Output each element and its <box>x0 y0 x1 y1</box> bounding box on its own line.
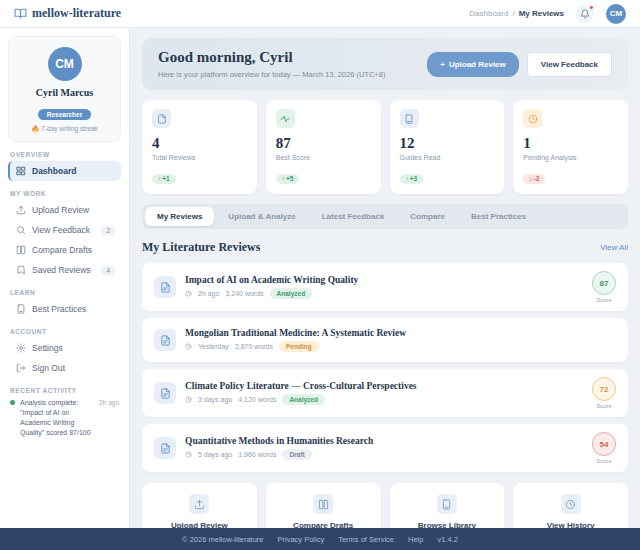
up-arrow-icon: ↑ <box>406 175 409 182</box>
stat-value: 87 <box>276 135 371 152</box>
tablet-icon <box>437 494 457 514</box>
sidebar-item-upload-review[interactable]: Upload Review <box>8 200 121 220</box>
open-book-icon <box>14 7 27 20</box>
streak-text: 🔥 7-day writing streak <box>15 125 114 133</box>
status-badge: Draft <box>282 449 311 460</box>
grid-icon <box>16 166 26 176</box>
stat-card-total-reviews: 4 Total Reviews ↑+1 <box>142 100 257 194</box>
app-title: mellow-literature <box>32 6 121 21</box>
review-time: Yesterday <box>198 343 229 350</box>
action-upload-review[interactable]: Upload Review <box>142 483 257 528</box>
sidebar-item-best-practices[interactable]: Best Practices <box>8 299 121 319</box>
stat-label: Total Reviews <box>152 154 247 161</box>
status-badge: Pending <box>279 341 319 352</box>
version-text: v1.4.2 <box>437 535 457 544</box>
tab-upload-analyze[interactable]: Upload & Analyze <box>216 207 307 226</box>
breadcrumb-separator: / <box>512 9 514 18</box>
delta-badge: ↑+1 <box>152 174 176 184</box>
footer: © 2026 mellow-literature Privacy Policy … <box>0 528 640 550</box>
view-all-link[interactable]: View All <box>600 243 628 252</box>
sidebar-item-label: Settings <box>32 343 63 353</box>
upload-icon <box>16 205 26 215</box>
score-label: Score <box>592 297 616 303</box>
tab-latest-feedback[interactable]: Latest Feedback <box>310 207 397 226</box>
action-label: View History <box>519 521 622 528</box>
sidebar-item-label: Compare Drafts <box>32 245 92 255</box>
clock-icon <box>561 494 581 514</box>
clock-icon <box>185 451 192 458</box>
sidebar-item-compare-drafts[interactable]: Compare Drafts <box>8 240 121 260</box>
help-link[interactable]: Help <box>408 535 423 544</box>
up-arrow-icon: ↑ <box>158 175 161 182</box>
stat-value: 4 <box>152 135 247 152</box>
tab-my-reviews[interactable]: My Reviews <box>145 207 214 226</box>
score-circle: 54 <box>592 432 616 456</box>
review-time: 5 days ago <box>198 451 232 458</box>
tab-compare[interactable]: Compare <box>398 207 457 226</box>
review-title: Impact of AI on Academic Writing Quality <box>185 275 358 285</box>
sidebar-item-label: Saved Reviews <box>32 265 91 275</box>
view-feedback-button[interactable]: View Feedback <box>527 52 612 77</box>
activity-text: Analysis complete: "Impact of AI on Acad… <box>20 398 94 439</box>
stat-label: Guides Read <box>400 154 495 161</box>
notification-dot <box>589 5 594 10</box>
sidebar-item-label: Dashboard <box>32 166 76 176</box>
section-label-my-work: MY WORK <box>10 190 119 197</box>
review-row[interactable]: Climate Policy Literature — Cross-Cultur… <box>142 369 628 417</box>
stat-value: 12 <box>400 135 495 152</box>
delta-badge: ↓-2 <box>523 174 545 184</box>
file-text-icon <box>154 382 176 404</box>
tablet-icon <box>16 304 26 314</box>
upload-review-button[interactable]: + Upload Review <box>427 52 519 77</box>
action-compare-drafts[interactable]: Compare Drafts <box>266 483 381 528</box>
file-text-icon <box>154 437 176 459</box>
greeting-title: Good morning, Cyril <box>158 49 385 66</box>
clock-icon <box>185 396 192 403</box>
notifications-button[interactable] <box>576 5 594 23</box>
clock-icon <box>185 343 192 350</box>
tab-best-practices[interactable]: Best Practices <box>459 207 538 226</box>
sidebar-item-label: Best Practices <box>32 304 86 314</box>
sidebar-item-settings[interactable]: Settings <box>8 338 121 358</box>
gear-icon <box>16 343 26 353</box>
stat-value: 1 <box>523 135 618 152</box>
section-label-recent-activity: RECENT ACTIVITY <box>10 387 119 394</box>
profile-name: Cyril Marcus <box>15 87 114 98</box>
section-label-account: ACCOUNT <box>10 328 119 335</box>
delta-badge: ↑+5 <box>276 174 300 184</box>
review-row[interactable]: Mongolian Traditional Medicine: A System… <box>142 318 628 362</box>
action-view-history[interactable]: View History <box>513 483 628 528</box>
flame-icon: 🔥 <box>31 125 39 132</box>
status-dot-icon <box>10 400 15 405</box>
book-icon <box>400 109 419 128</box>
clock-icon <box>185 290 192 297</box>
sidebar-item-view-feedback[interactable]: View Feedback 2 <box>8 220 121 240</box>
tab-bar: My Reviews Upload & Analyze Latest Feedb… <box>142 204 628 229</box>
user-avatar[interactable]: CM <box>606 4 626 24</box>
sidebar-item-label: Upload Review <box>32 205 89 215</box>
columns-icon <box>313 494 333 514</box>
up-arrow-icon: ↑ <box>282 175 285 182</box>
review-row[interactable]: Quantitative Methods in Humanities Resea… <box>142 424 628 472</box>
stats-row: 4 Total Reviews ↑+1 87 Best Score ↑+5 12… <box>142 100 628 194</box>
action-browse-library[interactable]: Browse Library <box>390 483 505 528</box>
review-row[interactable]: Impact of AI on Academic Writing Quality… <box>142 263 628 311</box>
breadcrumb-parent[interactable]: Dashboard <box>469 9 508 18</box>
stat-label: Pending Analysis <box>523 154 618 161</box>
search-icon <box>16 225 26 235</box>
stat-card-guides-read: 12 Guides Read ↑+3 <box>390 100 505 194</box>
review-time: 3 days ago <box>198 396 232 403</box>
upload-icon <box>189 494 209 514</box>
sidebar-item-sign-out[interactable]: Sign Out <box>8 358 121 378</box>
action-label: Upload Review <box>148 521 251 528</box>
privacy-policy-link[interactable]: Privacy Policy <box>277 535 324 544</box>
greeting-subtitle: Here is your platform overview for today… <box>158 70 385 79</box>
app-logo[interactable]: mellow-literature <box>14 6 121 21</box>
sidebar-item-dashboard[interactable]: Dashboard <box>8 161 121 181</box>
main-content: Good morning, Cyril Here is your platfor… <box>130 28 640 528</box>
bell-icon <box>580 9 590 19</box>
activity-time: 2h ago <box>99 398 119 439</box>
stat-label: Best Score <box>276 154 371 161</box>
sidebar-item-saved-reviews[interactable]: Saved Reviews 4 <box>8 260 121 280</box>
terms-of-service-link[interactable]: Terms of Service <box>338 535 394 544</box>
